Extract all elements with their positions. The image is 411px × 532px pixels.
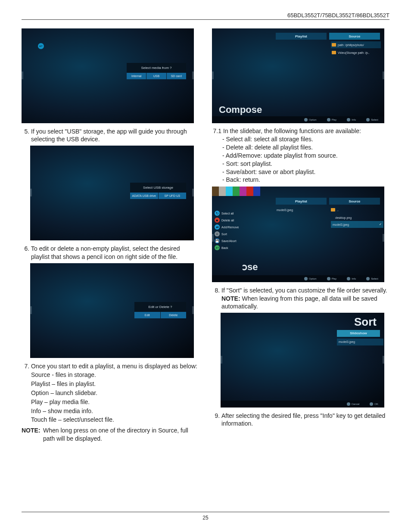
footbar: Cancel OK (221, 401, 384, 408)
screenshot-usb-storage: Select USB storage ADATA USB drive SP UF… (30, 146, 194, 240)
foot-play[interactable]: Play (332, 118, 337, 121)
foot-ok[interactable]: OK (374, 403, 378, 405)
btn-delete[interactable]: Delete (161, 312, 187, 318)
btn-usb-drive-1[interactable]: ADATA USB drive (130, 193, 159, 199)
side-save-abort[interactable]: 💾Save/Abort (212, 237, 253, 244)
btn-usb-drive-2[interactable]: SP UFD U3 (159, 193, 187, 199)
left-edge-tab (30, 189, 32, 196)
step-7-text: Once you start to edit a playlist, a men… (31, 363, 197, 370)
step-8: If "Sort" is selected, you can customize… (221, 286, 389, 310)
media-dialog: Select media from ? Internal USB SD card (127, 63, 186, 79)
source-path-text: path :/philips/photo/ (338, 44, 364, 47)
delete-all-icon: ■ (215, 218, 220, 223)
step-7: Once you start to edit a playlist, a men… (31, 362, 199, 424)
foot-icon (304, 118, 308, 121)
dialog-title: Edit or Delete ? (134, 302, 186, 312)
side-back[interactable]: ↩Back (212, 244, 253, 251)
tab-playlist[interactable]: Playlist (276, 33, 327, 40)
step-8-note: When leaving from this page, all data wi… (221, 295, 377, 310)
foot-option[interactable]: Option (309, 118, 317, 121)
step-71-line: - Back: return. (212, 176, 389, 184)
step-7-line: Info – show media info. (31, 407, 199, 415)
right-edge-tab (383, 72, 384, 79)
source-row-video[interactable]: Video(Storage path :/p.. (331, 49, 381, 56)
side-delete-all[interactable]: ■Delete all (212, 217, 253, 224)
foot-select[interactable]: Select (371, 118, 378, 121)
source-file-2-selected[interactable]: model3.jpeg ✓ (331, 221, 383, 228)
foot-icon (327, 118, 330, 121)
compose-tail: ɔse (242, 261, 258, 273)
source-file-1[interactable]: desktop.png (335, 214, 352, 221)
step-7-line: Option – launch slidebar. (31, 389, 199, 397)
screenshot-compose: Playlist Source path :/philips/photo/ Vi… (212, 28, 384, 123)
check-icon: ✓ (379, 223, 382, 226)
edit-delete-dialog: Edit or Delete ? Edit Delete (134, 302, 186, 318)
note-label: NOTE: (22, 426, 43, 443)
usb-dialog: Select USB storage ADATA USB drive SP UF… (130, 183, 186, 199)
step-6: To edit or delete a non-empty playlist, … (31, 245, 199, 260)
step-7-line: Playlist – files in playlist. (31, 380, 199, 388)
btn-sdcard[interactable]: SD card (167, 73, 186, 79)
side-panel: ↻Select all ■Delete all ⇄Add/Remove ≡Sor… (212, 210, 253, 251)
foot-info[interactable]: Info (352, 118, 356, 121)
note-text: When long press on one of the directory … (43, 426, 199, 443)
right-column: Playlist Source path :/philips/photo/ Vi… (212, 26, 389, 445)
btn-usb[interactable]: USB (146, 73, 166, 79)
screenshot-select-media: ↩ Select media from ? Internal USB SD ca… (22, 28, 194, 123)
playlist-item[interactable]: model3.jpeg (277, 206, 293, 213)
right-edge-tab (192, 306, 194, 314)
dialog-title: Select USB storage (130, 183, 186, 193)
left-edge-tab (212, 72, 214, 79)
side-select-all[interactable]: ↻Select all (212, 210, 253, 217)
folder-icon (331, 208, 335, 212)
footer-rule (22, 512, 389, 512)
left-column: ↩ Select media from ? Internal USB SD ca… (22, 26, 199, 445)
add-remove-icon: ⇄ (215, 224, 220, 230)
step-5: If you select "USB" storage, the app wil… (31, 128, 199, 143)
side-sort[interactable]: ≡Sort (212, 230, 253, 237)
right-edge-tab (192, 189, 194, 196)
tab-source[interactable]: Source (329, 198, 380, 205)
step-71-line: - Save/abort: save or abort playlist. (212, 168, 389, 176)
step-7-line: Play – play media file. (31, 398, 199, 406)
step-71: In the slidebar, the following functions… (223, 128, 361, 134)
dialog-title: Select media from ? (127, 63, 186, 73)
btn-edit[interactable]: Edit (134, 312, 161, 318)
tab-slideshow[interactable]: Slideshow (337, 330, 380, 337)
foot-select[interactable]: Select (371, 277, 378, 280)
btn-internal[interactable]: Internal (127, 73, 146, 79)
foot-play[interactable]: Play (332, 277, 337, 280)
sort-item[interactable]: model3.jpeg (337, 339, 383, 345)
screenshot-slidebar: Playlist Source model3.jpeg .. desktop.p… (212, 187, 384, 282)
folder-icon (332, 51, 336, 54)
header-models: 65BDL3552T/75BDL3552T/86BDL3552T (22, 12, 389, 20)
source-row-path[interactable]: path :/philips/photo/ (331, 41, 381, 48)
step-71-line: - Sort: sort playlist. (212, 160, 389, 168)
footbar: Option Play Info Select (212, 275, 384, 282)
right-edge-tab (192, 72, 194, 79)
step-71-line: - Select all: select all storage files. (212, 135, 389, 143)
left-edge-tab (30, 306, 32, 314)
foot-icon (366, 118, 370, 121)
note-label: NOTE: (221, 295, 240, 302)
footbar: Option Play Info Select (212, 116, 384, 123)
note-longpress: NOTE: When long press on one of the dire… (22, 426, 199, 443)
back-icon: ↩ (215, 245, 220, 250)
sort-title: Sort (354, 315, 377, 329)
step-7-line: Touch file – select/unselect file. (31, 416, 199, 424)
source-up[interactable]: .. (331, 206, 339, 213)
foot-info[interactable]: Info (352, 277, 356, 280)
sort-icon: ≡ (215, 231, 220, 236)
side-add-remove[interactable]: ⇄Add/Remove (212, 224, 253, 230)
foot-icon (347, 118, 350, 121)
left-edge-tab (221, 356, 222, 364)
step-71-line: - Delete all: delete all playlist files. (212, 143, 389, 152)
tab-playlist[interactable]: Playlist (276, 198, 327, 205)
page-number: 25 (0, 515, 411, 521)
step-71-num: 7.1 (212, 128, 223, 134)
select-all-icon: ↻ (215, 211, 220, 216)
tab-source[interactable]: Source (329, 33, 380, 40)
foot-cancel[interactable]: Cancel (352, 403, 360, 405)
right-edge-tab (383, 356, 384, 364)
foot-option[interactable]: Option (309, 277, 317, 280)
